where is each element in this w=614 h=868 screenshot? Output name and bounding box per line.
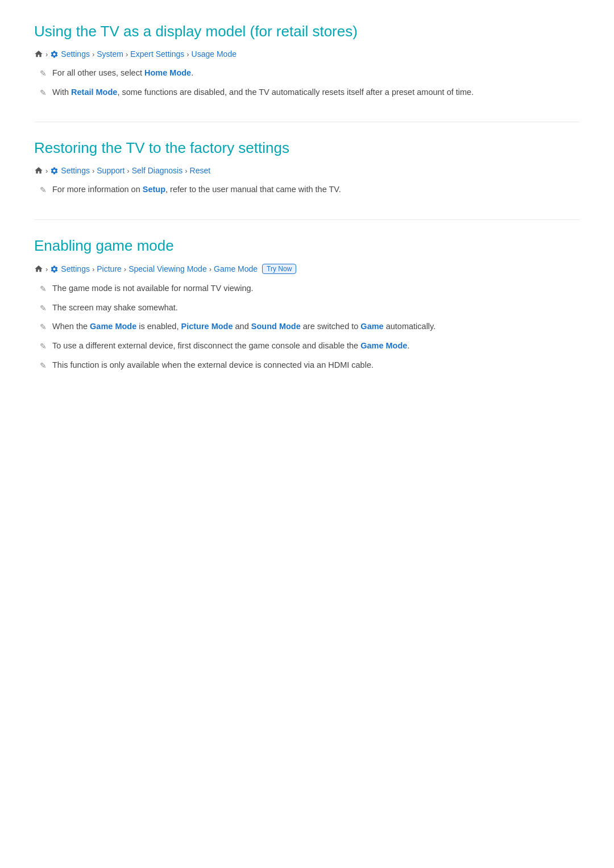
list-item: ✎ This function is only available when t… [40,359,580,372]
bullet-text-game-1: The game mode is not available for norma… [52,282,254,294]
list-item: ✎ With Retail Mode, some functions are d… [40,86,580,99]
breadcrumb-chevron-6: › [92,167,94,175]
breadcrumb-settings-3[interactable]: Settings [61,264,90,273]
game-mode-highlight-2: Game Mode [360,341,407,350]
section-title-retail: Using the TV as a display model (for ret… [34,23,580,40]
picture-mode-highlight: Picture Mode [181,322,233,331]
breadcrumb-chevron-5: › [45,167,48,175]
breadcrumb-game-mode[interactable]: Game Mode [214,264,258,273]
pencil-icon: ✎ [40,184,47,197]
setup-highlight: Setup [143,185,165,194]
home-icon[interactable] [34,49,43,59]
section-factory-reset: Restoring the TV to the factory settings… [34,139,580,197]
section-title-factory: Restoring the TV to the factory settings [34,139,580,157]
sound-mode-highlight: Sound Mode [251,322,301,331]
pencil-icon: ✎ [40,68,47,80]
breadcrumb-retail: › Settings › System › Expert Settings › … [34,49,580,59]
section-divider-1 [34,122,580,122]
breadcrumb-chevron-8: › [185,167,187,175]
breadcrumb-chevron-12: › [209,265,211,273]
bullet-text-1: For all other uses, select Home Mode. [52,67,193,79]
list-item: ✎ When the Game Mode is enabled, Picture… [40,320,580,334]
bullet-text-game-2: The screen may shake somewhat. [52,301,178,314]
home-icon-2[interactable] [34,166,43,175]
breadcrumb-chevron-2: › [92,50,94,59]
pencil-icon: ✎ [40,283,47,296]
retail-mode-highlight: Retail Mode [71,88,117,97]
section-divider-2 [34,219,580,220]
pencil-icon: ✎ [40,302,47,315]
breadcrumb-picture[interactable]: Picture [97,264,122,273]
settings-gear-icon-2 [50,167,59,175]
bullet-text-setup: For more information on Setup, refer to … [52,183,341,196]
bullet-text-game-3: When the Game Mode is enabled, Picture M… [52,320,435,333]
breadcrumb-chevron-9: › [45,265,48,273]
pencil-icon: ✎ [40,321,47,334]
breadcrumb-expert-settings[interactable]: Expert Settings [130,49,184,59]
section-game-mode: Enabling game mode › Settings › Picture … [34,237,580,372]
breadcrumb-settings-2[interactable]: Settings [61,166,90,175]
game-highlight: Game [360,322,383,331]
bullet-list-factory: ✎ For more information on Setup, refer t… [40,183,580,197]
breadcrumb-self-diagnosis[interactable]: Self Diagnosis [132,166,183,175]
breadcrumb-chevron-7: › [127,167,129,175]
breadcrumb-chevron-11: › [124,265,126,273]
breadcrumb-chevron-1: › [45,50,48,59]
bullet-list-game: ✎ The game mode is not available for nor… [40,282,580,372]
bullet-text-game-4: To use a different external device, firs… [52,339,409,352]
game-mode-highlight-1: Game Mode [90,322,136,331]
list-item: ✎ To use a different external device, fi… [40,339,580,353]
breadcrumb-game: › Settings › Picture › Special Viewing M… [34,264,580,274]
pencil-icon: ✎ [40,87,47,99]
list-item: ✎ For more information on Setup, refer t… [40,183,580,197]
section-retail-mode: Using the TV as a display model (for ret… [34,23,580,99]
bullet-text-game-5: This function is only available when the… [52,359,374,371]
pencil-icon: ✎ [40,340,47,353]
bullet-list-retail: ✎ For all other uses, select Home Mode. … [40,67,580,99]
settings-gear-icon-1 [50,50,59,59]
breadcrumb-chevron-3: › [126,50,128,59]
list-item: ✎ The game mode is not available for nor… [40,282,580,296]
try-now-badge[interactable]: Try Now [262,264,296,274]
section-title-game: Enabling game mode [34,237,580,255]
bullet-text-2: With Retail Mode, some functions are dis… [52,86,474,98]
breadcrumb-usage-mode[interactable]: Usage Mode [192,49,237,59]
pencil-icon: ✎ [40,360,47,372]
list-item: ✎ For all other uses, select Home Mode. [40,67,580,80]
home-icon-3[interactable] [34,264,43,273]
breadcrumb-system[interactable]: System [97,49,123,59]
home-mode-highlight: Home Mode [144,68,191,77]
list-item: ✎ The screen may shake somewhat. [40,301,580,315]
breadcrumb-factory: › Settings › Support › Self Diagnosis › … [34,166,580,175]
breadcrumb-chevron-10: › [92,265,94,273]
settings-gear-icon-3 [50,265,59,273]
breadcrumb-special-viewing-mode[interactable]: Special Viewing Mode [128,264,207,273]
breadcrumb-support[interactable]: Support [97,166,125,175]
breadcrumb-chevron-4: › [186,50,189,59]
breadcrumb-reset[interactable]: Reset [190,166,211,175]
breadcrumb-settings-1[interactable]: Settings [61,49,90,59]
